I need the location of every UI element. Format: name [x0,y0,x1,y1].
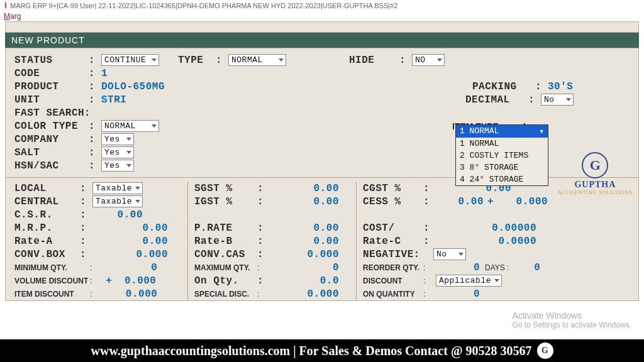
type-select[interactable]: NORMAL [228,54,286,66]
panel-title: NEW PRODUCT [5,33,639,48]
window-titlebar: ⌇ MARG ERP 9+|CA-99 User| 22-11-2022|LIC… [0,0,644,11]
code-value[interactable]: 1 [101,68,108,79]
specdisc-value[interactable]: 0.000 [270,288,339,300]
itemtype-dropdown[interactable]: 1 NORMAL▾ 1 NORMAL 2 COSTLY ITEMS 3 8° S… [455,124,548,186]
footer-text: www.gupthaaccountingsolutions.com | For … [91,344,532,358]
central-select[interactable]: Taxable [92,195,143,207]
rateb-value[interactable]: 0.00 [270,236,339,247]
igst-value[interactable]: 0.00 [270,196,339,207]
footer-logo-icon: G [537,343,553,359]
packing-value[interactable]: 30'S [548,81,630,92]
negative-label: NEGATIVE: [363,249,433,260]
unit-value[interactable]: STRI [101,94,126,106]
maxqty-label: MAXIMUM QTY. [194,263,257,272]
decimal-label: DECIMAL [465,94,528,106]
prate-label: P.RATE [194,222,257,234]
menu-marg[interactable]: Marg [0,11,644,21]
code-label: CODE [14,68,89,79]
footer-banner: www.gupthaaccountingsolutions.com | For … [0,339,644,362]
unit-label: UNIT [14,94,89,106]
discount-select[interactable]: Applicable [436,275,502,287]
brand-watermark: G GUPTHA ACCOUNTING SOLUTIONS [558,152,633,195]
product-label: PRODUCT [14,81,89,92]
days-value[interactable]: 0 [509,262,540,273]
discount-label: DISCOUNT [363,277,423,285]
status-select[interactable]: CONTINUE [101,54,159,66]
window-title: MARG ERP 9+|CA-99 User| 22-11-2022|LIC-1… [10,2,397,9]
convcas-value[interactable]: 0.000 [270,249,339,260]
csr-value[interactable]: 0.00 [92,209,143,221]
ratea-value[interactable]: 0.00 [92,236,168,247]
itemtype-selected[interactable]: 1 NORMAL▾ [456,125,548,138]
minqty-label: MINIMUM QTY. [14,263,90,272]
mrp-label: M.R.P. [14,222,80,234]
convbox-value[interactable]: 0.000 [92,249,168,260]
brand-icon: G [582,152,608,178]
ratec-value[interactable]: 0.0000 [436,236,536,247]
cgst-label: CGST % [363,183,423,194]
status-label: STATUS [14,55,89,66]
local-select[interactable]: Taxable [92,182,143,194]
chevron-down-icon: ▾ [539,126,544,136]
igst-label: IGST % [194,196,257,207]
company-label: COMPANY [14,134,89,145]
specdisc-label: SPECIAL DISC. [194,290,257,299]
sgst-value[interactable]: 0.00 [270,183,339,194]
itemdisc-label: ITEM DISCOUNT [14,290,90,299]
reorder-value[interactable]: 0 [436,262,480,273]
salt-select[interactable]: Yes [101,146,134,158]
hide-label: HIDE [349,55,399,66]
itemtype-option[interactable]: 4 24° STORAGE [456,173,548,185]
csr-label: C.S.R. [14,209,80,221]
convcas-label: CONV.CAS [194,249,257,260]
minqty-value[interactable]: 0 [92,262,157,273]
onqty-value[interactable]: 0.0 [270,275,339,287]
windows-activation-watermark: Activate Windows Go to Settings to activ… [513,310,631,329]
onqty-label: On Qty. [194,275,257,287]
rateb-label: Rate-B [194,236,257,247]
packing-label: PACKING [472,81,535,92]
hsn-label: HSN/SAC [14,160,89,172]
itemtype-option[interactable]: 1 NORMAL [456,138,548,150]
negative-select[interactable]: No [433,248,466,260]
mrp-value[interactable]: 0.00 [92,222,168,234]
itemtype-option[interactable]: 2 COSTLY ITEMS [456,150,548,162]
salt-label: SALT [14,147,89,158]
colortype-label: COLOR TYPE [14,121,89,132]
ratea-label: Rate-A [14,236,80,247]
cess-value1[interactable]: 0.00 [436,196,484,207]
type-label: TYPE [178,55,216,66]
decimal-select[interactable]: No [541,94,574,106]
cost-value[interactable]: 0.00000 [436,222,536,234]
fastsearch-label: FAST SEARCH: [14,107,115,119]
central-label: CENTRAL [14,196,80,207]
itemtype-option[interactable]: 3 8° STORAGE [456,162,548,173]
onquantity-label: ON QUANTITY [363,290,423,299]
voldisc-value[interactable]: 0.000 [112,275,156,287]
days-label: DAYS : [485,263,509,272]
menu-marg-rest: arg [10,12,21,21]
maxqty-value[interactable]: 0 [270,262,339,273]
app-logo-icon: ⌇ [4,1,8,10]
local-label: LOCAL [14,183,80,194]
prate-value[interactable]: 0.00 [270,222,339,234]
cess-label: CESS % [363,196,423,207]
colortype-select[interactable]: NORMAL [101,120,159,132]
toolbar-strip [5,21,639,33]
cess-value2[interactable]: 0.000 [497,196,548,207]
cost-label: COST/ [363,222,423,234]
ratec-label: Rate-C [363,236,423,247]
sgst-label: SGST % [194,183,257,194]
product-value[interactable]: DOLO-650MG [101,81,165,92]
onquantity-value[interactable]: 0 [436,288,480,300]
hide-select[interactable]: NO [412,54,445,66]
voldisc-label: VOLUME DISCOUNT [14,277,90,285]
hsn-select[interactable]: Yes [101,160,134,172]
reorder-label: REORDER QTY. [363,263,423,272]
company-select[interactable]: Yes [101,133,134,145]
convbox-label: CONV.BOX [14,249,80,260]
itemdisc-value[interactable]: 0.000 [92,288,157,300]
